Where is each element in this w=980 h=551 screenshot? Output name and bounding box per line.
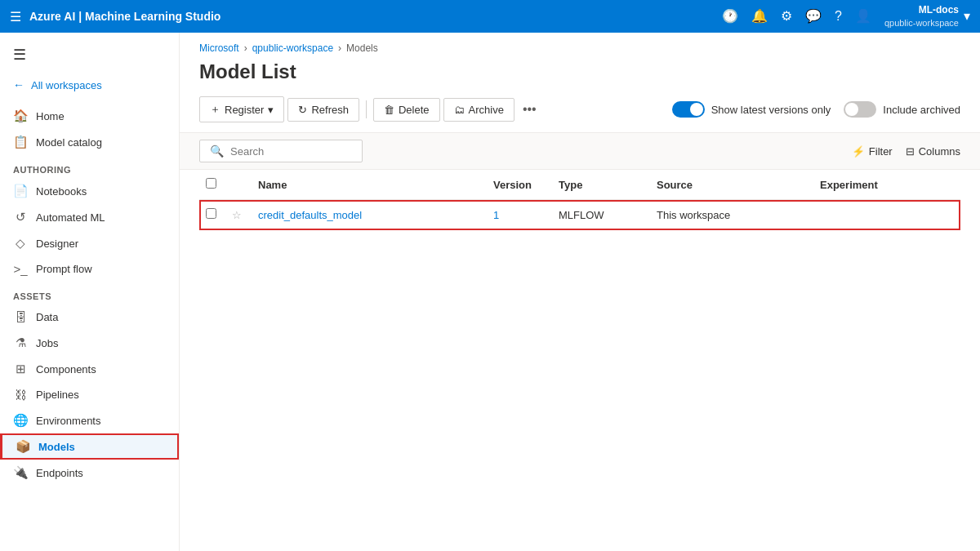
- search-icon: 🔍: [210, 144, 224, 158]
- search-actions: ⚡ Filter ⊟ Columns: [852, 145, 960, 158]
- delete-button[interactable]: 🗑 Delete: [373, 98, 440, 122]
- toolbar-right: Show latest versions only Include archiv…: [672, 101, 960, 118]
- col-header-source: Source: [650, 170, 813, 200]
- columns-button[interactable]: ⊟ Columns: [906, 145, 960, 158]
- sidebar-label-components: Components: [36, 363, 96, 375]
- sidebar-item-prompt-flow[interactable]: >_ Prompt flow: [0, 256, 179, 282]
- sidebar-item-endpoints[interactable]: 🔌 Endpoints: [0, 460, 179, 486]
- user-name: ML-docs: [884, 4, 959, 17]
- automated-ml-icon: ↺: [13, 210, 28, 224]
- sidebar-hamburger[interactable]: ☰: [0, 39, 179, 70]
- breadcrumb-current: Models: [346, 42, 378, 54]
- col-header-star: [225, 170, 252, 200]
- page-title: Model List: [180, 57, 980, 96]
- row-checkbox[interactable]: [206, 208, 216, 219]
- sidebar-label-model-catalog: Model catalog: [36, 136, 102, 149]
- breadcrumb-workspace[interactable]: qpublic-workspace: [252, 42, 333, 54]
- register-label: Register: [225, 104, 264, 116]
- col-header-name: Name: [252, 170, 487, 200]
- app-title: Azure AI | Machine Learning Studio: [29, 10, 220, 23]
- sidebar-item-models[interactable]: 📦 Models: [0, 433, 179, 460]
- col-header-type: Type: [552, 170, 650, 200]
- search-input[interactable]: [230, 145, 352, 158]
- columns-label: Columns: [919, 145, 960, 158]
- sidebar-label-environments: Environments: [36, 415, 100, 427]
- sidebar-label-models: Models: [38, 441, 75, 453]
- row-name-cell: credit_defaults_model: [252, 200, 487, 230]
- sidebar-item-jobs[interactable]: ⚗ Jobs: [0, 330, 179, 356]
- star-icon[interactable]: ☆: [232, 209, 242, 221]
- sidebar-label-designer: Designer: [36, 238, 78, 250]
- columns-icon: ⊟: [906, 145, 915, 158]
- show-latest-toggle-group: Show latest versions only: [672, 101, 831, 118]
- sidebar-item-designer[interactable]: ◇ Designer: [0, 230, 179, 256]
- feedback-icon[interactable]: 💬: [805, 8, 822, 24]
- user-icon[interactable]: 👤: [855, 8, 871, 24]
- sidebar-item-environments[interactable]: 🌐 Environments: [0, 407, 179, 433]
- home-icon: 🏠: [13, 109, 28, 123]
- col-header-experiment: Experiment: [813, 170, 960, 200]
- show-latest-toggle[interactable]: [672, 101, 705, 118]
- pipelines-icon: ⛓: [13, 388, 28, 402]
- user-info: ML-docs qpublic-workspace: [884, 4, 959, 29]
- environments-icon: 🌐: [13, 413, 28, 428]
- refresh-button[interactable]: ↻ Refresh: [287, 98, 359, 122]
- filter-button[interactable]: ⚡ Filter: [852, 145, 893, 158]
- more-button[interactable]: •••: [518, 99, 541, 120]
- sidebar-label-home: Home: [36, 110, 65, 122]
- notebooks-icon: 📄: [13, 184, 28, 198]
- toolbar: ＋ Register ▾ ↻ Refresh 🗑 Delete 🗂 Archiv…: [180, 96, 980, 132]
- row-checkbox-cell: [199, 200, 225, 230]
- model-name-link[interactable]: credit_defaults_model: [258, 209, 362, 221]
- table-header-row: Name Version Type Source Experiment: [199, 170, 960, 200]
- bell-icon[interactable]: 🔔: [751, 8, 768, 24]
- show-latest-label: Show latest versions only: [711, 104, 831, 116]
- toolbar-divider-1: [366, 100, 367, 118]
- sidebar-label-prompt-flow: Prompt flow: [36, 263, 92, 275]
- sidebar-item-components[interactable]: ⊞ Components: [0, 356, 179, 382]
- sidebar-back[interactable]: ← All workspaces: [0, 73, 179, 96]
- sidebar-label-jobs: Jobs: [36, 337, 58, 349]
- clock-icon[interactable]: 🕐: [722, 8, 738, 24]
- model-version-link[interactable]: 1: [493, 209, 499, 221]
- sidebar-item-home[interactable]: 🏠 Home: [0, 103, 179, 129]
- sidebar-item-data[interactable]: 🗄 Data: [0, 304, 179, 330]
- gear-icon[interactable]: ⚙: [781, 8, 792, 24]
- jobs-icon: ⚗: [13, 335, 28, 350]
- help-icon[interactable]: ?: [835, 9, 842, 24]
- main-content: Microsoft › qpublic-workspace › Models M…: [180, 33, 980, 551]
- assets-section: Assets: [0, 282, 179, 304]
- row-star-cell: ☆: [225, 200, 252, 230]
- delete-icon: 🗑: [384, 104, 394, 116]
- models-icon: 📦: [16, 439, 30, 454]
- refresh-label: Refresh: [311, 104, 349, 116]
- register-button[interactable]: ＋ Register ▾: [199, 96, 284, 122]
- include-archived-toggle[interactable]: [844, 101, 876, 118]
- sidebar-label-endpoints: Endpoints: [36, 467, 83, 479]
- sidebar-label-automated-ml: Automated ML: [36, 211, 105, 224]
- delete-label: Delete: [399, 104, 430, 116]
- sidebar-label-notebooks: Notebooks: [36, 185, 87, 198]
- endpoints-icon: 🔌: [13, 465, 28, 480]
- sidebar-item-pipelines[interactable]: ⛓ Pipelines: [0, 382, 179, 407]
- sidebar-item-automated-ml[interactable]: ↺ Automated ML: [0, 204, 179, 230]
- search-input-wrap: 🔍: [199, 140, 363, 162]
- models-table: Name Version Type Source Experiment ☆: [199, 170, 960, 230]
- breadcrumb-microsoft[interactable]: Microsoft: [199, 42, 239, 54]
- sidebar-label-pipelines: Pipelines: [36, 389, 79, 401]
- sidebar-item-notebooks[interactable]: 📄 Notebooks: [0, 178, 179, 204]
- hamburger-icon[interactable]: ☰: [10, 9, 21, 24]
- topbar-left: ☰ Azure AI | Machine Learning Studio: [10, 9, 220, 24]
- model-catalog-icon: 📋: [13, 135, 28, 149]
- topbar-user[interactable]: ML-docs qpublic-workspace ▾: [884, 4, 970, 29]
- back-arrow-icon: ←: [13, 78, 24, 91]
- filter-label: Filter: [869, 145, 893, 158]
- row-source-cell: This workspace: [650, 200, 813, 230]
- sidebar: ☰ ← All workspaces 🏠 Home 📋 Model catalo…: [0, 33, 180, 551]
- sidebar-item-model-catalog[interactable]: 📋 Model catalog: [0, 129, 179, 155]
- archive-button[interactable]: 🗂 Archive: [443, 98, 514, 122]
- layout: ☰ ← All workspaces 🏠 Home 📋 Model catalo…: [0, 33, 980, 551]
- row-type-cell: MLFLOW: [552, 200, 650, 230]
- chevron-down-icon: ▾: [964, 8, 970, 24]
- select-all-checkbox[interactable]: [206, 178, 216, 189]
